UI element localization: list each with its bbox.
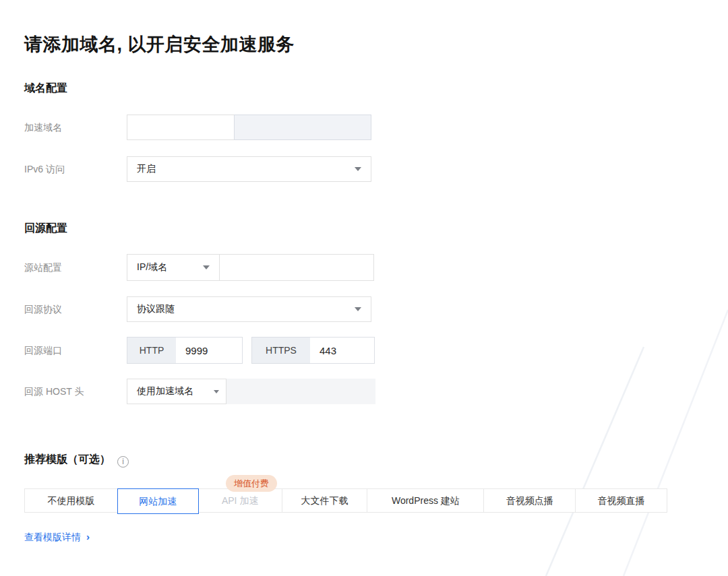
https-port-input[interactable]: 443 xyxy=(310,338,374,363)
origin-port-label: 回源端口 xyxy=(24,338,62,363)
chevron-right-icon: › xyxy=(86,531,90,542)
origin-site-address-input[interactable] xyxy=(219,254,374,281)
tab-video-on-demand[interactable]: 音视频点播 xyxy=(484,489,576,512)
origin-protocol-value: 协议跟随 xyxy=(137,303,355,315)
chevron-down-icon xyxy=(355,167,361,171)
tab-website-acceleration[interactable]: 网站加速 xyxy=(117,488,199,514)
chevron-down-icon xyxy=(203,265,210,269)
page-title: 请添加域名, 以开启安全加速服务 xyxy=(24,32,295,57)
accel-domain-label: 加速域名 xyxy=(24,115,62,140)
origin-protocol-label: 回源协议 xyxy=(24,296,62,322)
ipv6-label: IPv6 访问 xyxy=(24,156,65,182)
origin-config-heading: 回源配置 xyxy=(24,222,67,236)
view-template-details-text: 查看模版详情 xyxy=(24,532,81,542)
tab-api-acceleration: API 加速 xyxy=(199,489,282,512)
accel-domain-input[interactable] xyxy=(127,115,235,140)
template-tabbar: 不使用模版 网站加速 API 加速 大文件下载 WordPress 建站 音视频… xyxy=(24,488,667,513)
origin-host-value: 使用加速域名 xyxy=(137,385,208,397)
origin-site-type-select[interactable]: IP/域名 xyxy=(127,254,220,281)
https-port-key: HTTPS xyxy=(252,338,310,363)
origin-site-label: 源站配置 xyxy=(24,255,62,280)
tab-no-template[interactable]: 不使用模版 xyxy=(25,489,118,512)
templates-heading: 推荐模版（可选）i xyxy=(24,453,129,468)
tab-video-live[interactable]: 音视频直播 xyxy=(576,489,667,512)
paid-addon-badge: 增值付费 xyxy=(226,475,277,492)
origin-protocol-select[interactable]: 协议跟随 xyxy=(127,296,371,322)
origin-host-label: 回源 HOST 头 xyxy=(24,379,84,404)
tab-wordpress-site[interactable]: WordPress 建站 xyxy=(367,489,484,512)
origin-host-select[interactable]: 使用加速域名 xyxy=(127,379,226,404)
chevron-down-icon xyxy=(214,390,219,393)
origin-site-type-value: IP/域名 xyxy=(137,261,203,274)
accel-domain-suffix-field xyxy=(234,115,371,140)
http-port-key: HTTP xyxy=(127,338,176,363)
background-watermark xyxy=(512,290,728,576)
view-template-details-link[interactable]: 查看模版详情› xyxy=(24,531,90,544)
https-port-group: HTTPS 443 xyxy=(251,337,375,364)
domain-config-heading: 域名配置 xyxy=(24,82,67,96)
chevron-down-icon xyxy=(355,307,361,311)
http-port-group: HTTP 9999 xyxy=(127,337,243,364)
tab-large-file-download[interactable]: 大文件下载 xyxy=(282,489,368,512)
info-icon[interactable]: i xyxy=(117,456,129,468)
templates-heading-text: 推荐模版（可选） xyxy=(24,453,111,465)
ipv6-select[interactable]: 开启 xyxy=(127,156,371,182)
origin-host-custom-field xyxy=(226,379,375,404)
ipv6-select-value: 开启 xyxy=(137,163,355,175)
http-port-input[interactable]: 9999 xyxy=(176,338,242,363)
